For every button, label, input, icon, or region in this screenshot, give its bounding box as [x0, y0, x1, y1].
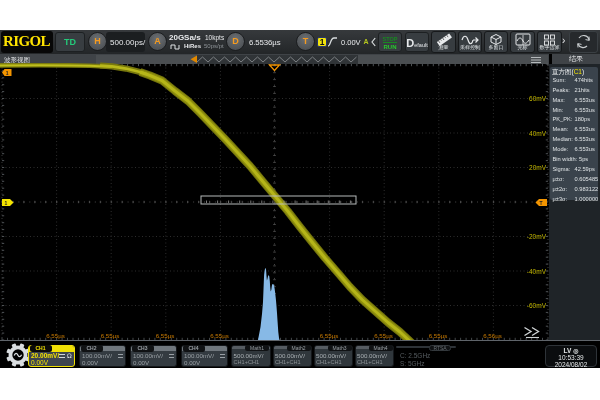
svg-text:6.55µs: 6.55µs: [374, 332, 393, 339]
svg-text:6.55µs: 6.55µs: [46, 332, 65, 339]
svg-text:1: 1: [5, 200, 8, 206]
svg-text:-20mV: -20mV: [527, 233, 547, 240]
svg-text:1: 1: [6, 70, 9, 76]
svg-text:-60mV: -60mV: [527, 302, 547, 309]
svg-text:6.56µs: 6.56µs: [483, 332, 502, 339]
svg-text:T: T: [540, 200, 543, 206]
svg-text:20mV: 20mV: [529, 164, 547, 171]
svg-text:6.55µs: 6.55µs: [101, 332, 120, 339]
svg-text:6.55µs: 6.55µs: [429, 332, 448, 339]
svg-text:6.55µs: 6.55µs: [210, 332, 229, 339]
svg-text:-40mV: -40mV: [527, 268, 547, 275]
svg-text:40mV: 40mV: [529, 130, 547, 137]
svg-text:60mV: 60mV: [529, 95, 547, 102]
svg-text:6.55µs: 6.55µs: [320, 332, 339, 339]
svg-text:6.55µs: 6.55µs: [156, 332, 175, 339]
